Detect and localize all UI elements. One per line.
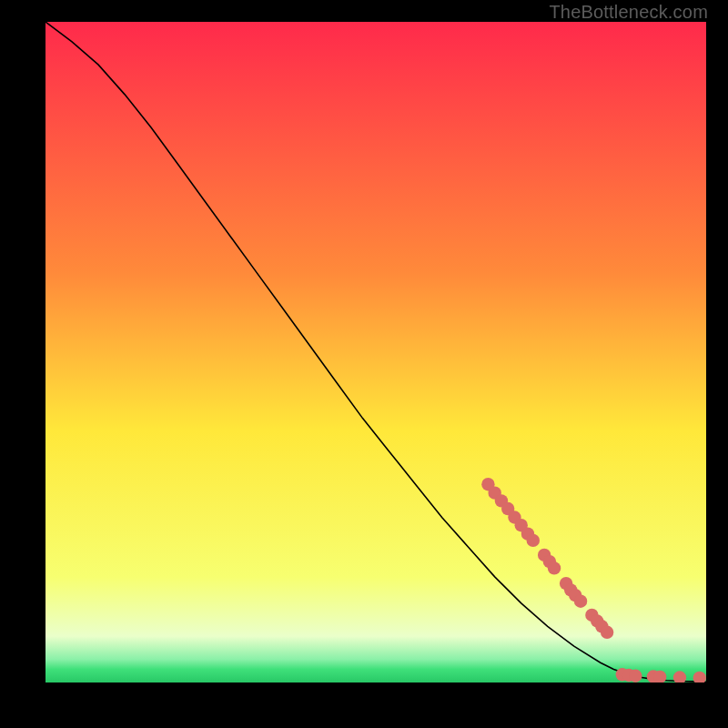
chart-frame: TheBottleneck.com [0,0,728,728]
gradient-background [46,22,706,682]
data-marker [574,595,587,608]
watermark-text: TheBottleneck.com [549,2,708,23]
chart-plot [46,22,706,682]
data-marker [548,561,561,574]
data-marker [527,534,540,547]
data-marker [629,670,642,682]
data-marker [601,626,613,639]
